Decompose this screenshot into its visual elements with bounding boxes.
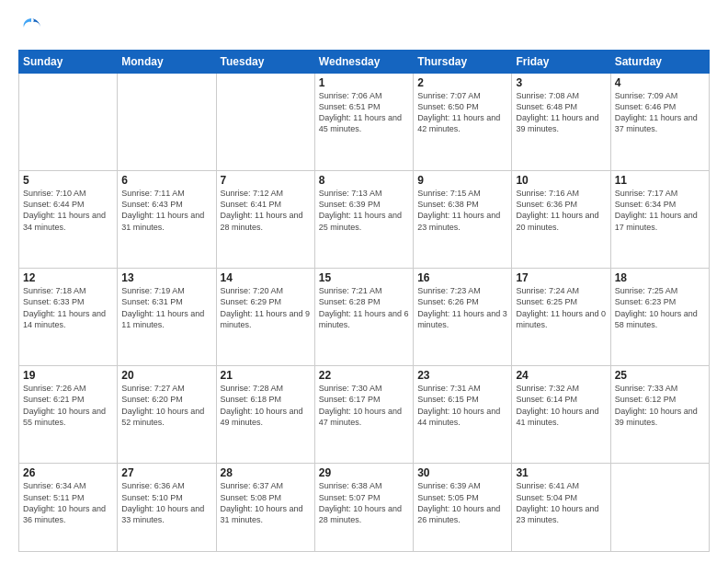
cell-daylight-info: Sunrise: 6:34 AM Sunset: 5:11 PM Dayligh…: [23, 480, 113, 525]
weekday-header-saturday: Saturday: [610, 51, 709, 74]
cell-day-number: 11: [615, 174, 705, 187]
calendar-cell: 10Sunrise: 7:16 AM Sunset: 6:36 PM Dayli…: [512, 171, 610, 269]
cell-daylight-info: Sunrise: 7:18 AM Sunset: 6:33 PM Dayligh…: [23, 285, 113, 330]
cell-day-number: 22: [319, 369, 409, 382]
logo-bird-icon: [18, 15, 44, 40]
cell-daylight-info: Sunrise: 7:17 AM Sunset: 6:34 PM Dayligh…: [615, 188, 705, 233]
page: SundayMondayTuesdayWednesdayThursdayFrid…: [0, 0, 728, 563]
calendar-cell: 25Sunrise: 7:33 AM Sunset: 6:12 PM Dayli…: [610, 366, 709, 464]
calendar-cell: 8Sunrise: 7:13 AM Sunset: 6:39 PM Daylig…: [314, 171, 413, 269]
calendar-week-row: 1Sunrise: 7:06 AM Sunset: 6:51 PM Daylig…: [19, 74, 710, 171]
cell-daylight-info: Sunrise: 7:09 AM Sunset: 6:46 PM Dayligh…: [615, 90, 705, 135]
cell-day-number: 29: [319, 466, 409, 479]
cell-day-number: 17: [516, 271, 606, 284]
cell-daylight-info: Sunrise: 7:26 AM Sunset: 6:21 PM Dayligh…: [23, 383, 113, 428]
weekday-header-monday: Monday: [118, 51, 216, 74]
cell-day-number: 5: [23, 174, 113, 187]
calendar-cell: 29Sunrise: 6:38 AM Sunset: 5:07 PM Dayli…: [314, 464, 413, 552]
weekday-header-friday: Friday: [512, 51, 610, 74]
cell-day-number: 8: [319, 174, 409, 187]
header: [18, 15, 710, 40]
calendar-cell: 26Sunrise: 6:34 AM Sunset: 5:11 PM Dayli…: [19, 464, 118, 552]
cell-daylight-info: Sunrise: 7:13 AM Sunset: 6:39 PM Dayligh…: [319, 188, 409, 233]
cell-day-number: 23: [417, 369, 507, 382]
weekday-header-sunday: Sunday: [19, 51, 118, 74]
calendar-cell: [19, 74, 118, 171]
cell-day-number: 28: [221, 466, 311, 479]
cell-daylight-info: Sunrise: 7:08 AM Sunset: 6:48 PM Dayligh…: [516, 90, 606, 135]
cell-day-number: 30: [417, 466, 507, 479]
cell-daylight-info: Sunrise: 7:23 AM Sunset: 6:26 PM Dayligh…: [417, 285, 507, 330]
cell-day-number: 10: [516, 174, 606, 187]
calendar-cell: [216, 74, 314, 171]
cell-daylight-info: Sunrise: 6:41 AM Sunset: 5:04 PM Dayligh…: [516, 480, 606, 525]
cell-daylight-info: Sunrise: 6:36 AM Sunset: 5:10 PM Dayligh…: [121, 480, 211, 525]
calendar-cell: [118, 74, 216, 171]
calendar-week-row: 26Sunrise: 6:34 AM Sunset: 5:11 PM Dayli…: [19, 464, 710, 552]
cell-day-number: 18: [615, 271, 705, 284]
calendar-week-row: 5Sunrise: 7:10 AM Sunset: 6:44 PM Daylig…: [19, 171, 710, 269]
cell-daylight-info: Sunrise: 7:15 AM Sunset: 6:38 PM Dayligh…: [417, 188, 507, 233]
calendar-cell: 22Sunrise: 7:30 AM Sunset: 6:17 PM Dayli…: [314, 366, 413, 464]
cell-day-number: 12: [23, 271, 113, 284]
cell-daylight-info: Sunrise: 7:28 AM Sunset: 6:18 PM Dayligh…: [221, 383, 311, 428]
calendar-week-row: 19Sunrise: 7:26 AM Sunset: 6:21 PM Dayli…: [19, 366, 710, 464]
cell-day-number: 20: [121, 369, 211, 382]
cell-daylight-info: Sunrise: 7:06 AM Sunset: 6:51 PM Dayligh…: [319, 90, 409, 135]
calendar-cell: 9Sunrise: 7:15 AM Sunset: 6:38 PM Daylig…: [414, 171, 512, 269]
calendar-cell: 4Sunrise: 7:09 AM Sunset: 6:46 PM Daylig…: [610, 74, 709, 171]
calendar-cell: 30Sunrise: 6:39 AM Sunset: 5:05 PM Dayli…: [414, 464, 512, 552]
cell-daylight-info: Sunrise: 6:38 AM Sunset: 5:07 PM Dayligh…: [319, 480, 409, 525]
calendar-cell: 2Sunrise: 7:07 AM Sunset: 6:50 PM Daylig…: [414, 74, 512, 171]
calendar-cell: 24Sunrise: 7:32 AM Sunset: 6:14 PM Dayli…: [512, 366, 610, 464]
calendar-cell: 12Sunrise: 7:18 AM Sunset: 6:33 PM Dayli…: [19, 269, 118, 366]
cell-daylight-info: Sunrise: 7:21 AM Sunset: 6:28 PM Dayligh…: [319, 285, 409, 330]
calendar-cell: 21Sunrise: 7:28 AM Sunset: 6:18 PM Dayli…: [216, 366, 314, 464]
cell-day-number: 9: [417, 174, 507, 187]
cell-daylight-info: Sunrise: 7:27 AM Sunset: 6:20 PM Dayligh…: [121, 383, 211, 428]
calendar-cell: 18Sunrise: 7:25 AM Sunset: 6:23 PM Dayli…: [610, 269, 709, 366]
cell-daylight-info: Sunrise: 6:37 AM Sunset: 5:08 PM Dayligh…: [221, 480, 311, 525]
calendar-cell: [610, 464, 709, 552]
calendar-cell: 17Sunrise: 7:24 AM Sunset: 6:25 PM Dayli…: [512, 269, 610, 366]
cell-daylight-info: Sunrise: 7:24 AM Sunset: 6:25 PM Dayligh…: [516, 285, 606, 330]
cell-day-number: 2: [417, 76, 507, 89]
calendar-week-row: 12Sunrise: 7:18 AM Sunset: 6:33 PM Dayli…: [19, 269, 710, 366]
calendar-cell: 27Sunrise: 6:36 AM Sunset: 5:10 PM Dayli…: [118, 464, 216, 552]
cell-day-number: 19: [23, 369, 113, 382]
cell-day-number: 13: [121, 271, 211, 284]
calendar-cell: 31Sunrise: 6:41 AM Sunset: 5:04 PM Dayli…: [512, 464, 610, 552]
cell-daylight-info: Sunrise: 7:20 AM Sunset: 6:29 PM Dayligh…: [221, 285, 311, 330]
cell-day-number: 3: [516, 76, 606, 89]
cell-daylight-info: Sunrise: 7:32 AM Sunset: 6:14 PM Dayligh…: [516, 383, 606, 428]
weekday-header-wednesday: Wednesday: [314, 51, 413, 74]
calendar-cell: 20Sunrise: 7:27 AM Sunset: 6:20 PM Dayli…: [118, 366, 216, 464]
cell-day-number: 16: [417, 271, 507, 284]
cell-day-number: 31: [516, 466, 606, 479]
cell-day-number: 1: [319, 76, 409, 89]
calendar-cell: 23Sunrise: 7:31 AM Sunset: 6:15 PM Dayli…: [414, 366, 512, 464]
cell-daylight-info: Sunrise: 7:16 AM Sunset: 6:36 PM Dayligh…: [516, 188, 606, 233]
calendar-cell: 11Sunrise: 7:17 AM Sunset: 6:34 PM Dayli…: [610, 171, 709, 269]
cell-day-number: 24: [516, 369, 606, 382]
weekday-header-row: SundayMondayTuesdayWednesdayThursdayFrid…: [19, 51, 710, 74]
cell-daylight-info: Sunrise: 7:07 AM Sunset: 6:50 PM Dayligh…: [417, 90, 507, 135]
calendar-cell: 6Sunrise: 7:11 AM Sunset: 6:43 PM Daylig…: [118, 171, 216, 269]
cell-daylight-info: Sunrise: 7:12 AM Sunset: 6:41 PM Dayligh…: [221, 188, 311, 233]
cell-daylight-info: Sunrise: 7:33 AM Sunset: 6:12 PM Dayligh…: [615, 383, 705, 428]
cell-daylight-info: Sunrise: 7:11 AM Sunset: 6:43 PM Dayligh…: [121, 188, 211, 233]
cell-day-number: 7: [221, 174, 311, 187]
cell-daylight-info: Sunrise: 7:25 AM Sunset: 6:23 PM Dayligh…: [615, 285, 705, 330]
cell-day-number: 14: [221, 271, 311, 284]
cell-daylight-info: Sunrise: 7:30 AM Sunset: 6:17 PM Dayligh…: [319, 383, 409, 428]
calendar-cell: 14Sunrise: 7:20 AM Sunset: 6:29 PM Dayli…: [216, 269, 314, 366]
calendar-table: SundayMondayTuesdayWednesdayThursdayFrid…: [18, 50, 710, 552]
calendar-cell: 1Sunrise: 7:06 AM Sunset: 6:51 PM Daylig…: [314, 74, 413, 171]
logo: [18, 15, 48, 40]
calendar-cell: 16Sunrise: 7:23 AM Sunset: 6:26 PM Dayli…: [414, 269, 512, 366]
cell-daylight-info: Sunrise: 6:39 AM Sunset: 5:05 PM Dayligh…: [417, 480, 507, 525]
cell-day-number: 6: [121, 174, 211, 187]
cell-daylight-info: Sunrise: 7:31 AM Sunset: 6:15 PM Dayligh…: [417, 383, 507, 428]
weekday-header-thursday: Thursday: [414, 51, 512, 74]
calendar-cell: 15Sunrise: 7:21 AM Sunset: 6:28 PM Dayli…: [314, 269, 413, 366]
